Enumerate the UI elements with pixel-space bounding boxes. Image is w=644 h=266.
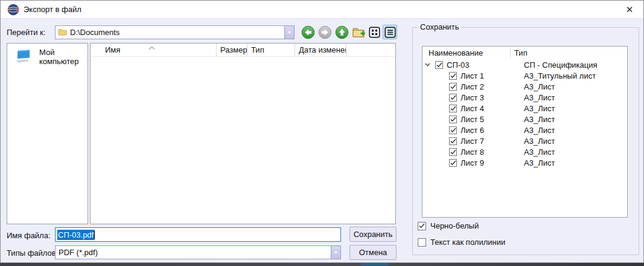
row-type: А3_Лист <box>524 82 555 91</box>
filetype-value: PDF (*.pdf) <box>56 248 331 257</box>
row-label: Лист 8 <box>461 148 484 157</box>
app-logo-icon <box>7 4 19 16</box>
row-checkbox[interactable] <box>449 94 457 102</box>
sidebar-item-label: Мой компьютер <box>39 48 84 66</box>
file-list: Имя Размер Тип Дата изменени <box>90 43 396 224</box>
option-checkbox[interactable] <box>418 222 426 230</box>
row-label: Лист 6 <box>461 126 484 135</box>
filename-label: Имя файла: <box>7 231 51 240</box>
row-checkbox[interactable] <box>449 159 457 167</box>
tree-row-sheet[interactable]: Лист 5А3_Лист <box>422 114 627 125</box>
row-type: А3_Лист <box>524 126 555 135</box>
row-checkbox[interactable] <box>449 72 457 80</box>
save-groupbox: Сохранить Наименование Тип СП-03СП - Спе… <box>412 27 639 255</box>
option-text-as-polylines[interactable]: Текст как полилинии <box>418 238 505 247</box>
sheet-tree: Наименование Тип СП-03СП - СпецификацияЛ… <box>422 46 628 218</box>
tree-row-sheet[interactable]: Лист 2А3_Лист <box>422 81 627 92</box>
row-type: А3_Титульный лист <box>524 71 596 80</box>
filename-selected-text: СП-03.pdf <box>57 230 94 240</box>
row-label: Лист 1 <box>461 71 484 80</box>
path-value: D:\Documents <box>67 28 284 37</box>
row-type: А3_Лист <box>524 93 555 102</box>
new-folder-button[interactable] <box>351 25 366 39</box>
row-type: А3_Лист <box>524 148 555 157</box>
option-label: Текст как полилинии <box>430 238 505 247</box>
row-checkbox[interactable] <box>449 126 457 134</box>
close-icon[interactable]: ✕ <box>619 1 640 19</box>
option-checkbox[interactable] <box>418 238 426 247</box>
row-checkbox[interactable] <box>435 61 443 69</box>
row-type: А3_Лист <box>524 158 555 167</box>
forward-button[interactable] <box>318 25 332 39</box>
file-list-body[interactable] <box>91 57 395 224</box>
sidebar-item-my-computer[interactable]: Мой компьютер <box>7 44 88 66</box>
row-checkbox[interactable] <box>449 83 457 91</box>
tree-row-root[interactable]: СП-03СП - Спецификация <box>422 59 627 70</box>
tree-row-sheet[interactable]: Лист 9А3_Лист <box>422 157 627 168</box>
tree-row-sheet[interactable]: Лист 7А3_Лист <box>422 135 627 146</box>
back-button[interactable] <box>301 25 315 39</box>
tree-row-sheet[interactable]: Лист 3А3_Лист <box>422 92 627 103</box>
forward-icon <box>318 25 332 39</box>
icon-view-icon <box>369 27 380 38</box>
column-header-date[interactable]: Дата изменени <box>295 44 346 56</box>
row-type: А3_Лист <box>524 115 555 124</box>
row-label: Лист 9 <box>461 158 484 167</box>
goto-label: Перейти к: <box>7 28 45 37</box>
row-label: Лист 5 <box>461 115 484 124</box>
row-label: СП-03 <box>447 60 470 70</box>
filetype-dropdown-icon[interactable] <box>331 246 340 259</box>
save-button[interactable]: Сохранить <box>349 227 397 242</box>
back-icon <box>301 25 315 39</box>
icon-view-button[interactable] <box>367 25 381 39</box>
row-checkbox[interactable] <box>449 137 457 145</box>
sort-ascending-indicator <box>148 43 155 52</box>
row-type: А3_Лист <box>524 137 555 146</box>
new-folder-icon <box>352 26 366 39</box>
row-checkbox[interactable] <box>449 115 457 123</box>
option-label: Черно-белый <box>430 221 479 230</box>
tree-column-name[interactable]: Наименование <box>422 48 511 59</box>
computer-icon <box>15 49 32 65</box>
filetype-combobox[interactable]: PDF (*.pdf) <box>55 245 341 259</box>
up-button[interactable] <box>335 25 349 39</box>
expand-chevron-icon[interactable] <box>425 63 430 66</box>
export-dialog: Экспорт в файл ✕ Перейти к: D:\Documents <box>0 0 644 266</box>
option-black-white[interactable]: Черно-белый <box>418 221 479 230</box>
titlebar[interactable]: Экспорт в файл ✕ <box>1 1 643 19</box>
filename-input[interactable]: СП-03.pdf <box>55 227 341 242</box>
groupbox-title: Сохранить <box>418 22 462 31</box>
folder-icon <box>58 28 67 37</box>
tree-row-sheet[interactable]: Лист 4А3_Лист <box>422 103 627 114</box>
column-header-type[interactable]: Тип <box>247 44 295 56</box>
list-view-button[interactable] <box>383 25 397 39</box>
column-header-size[interactable]: Размер <box>217 44 247 56</box>
window-title: Экспорт в файл <box>24 1 81 19</box>
path-dropdown-icon[interactable] <box>284 26 294 39</box>
row-label: Лист 2 <box>461 82 484 91</box>
sheet-tree-rows: СП-03СП - СпецификацияЛист 1А3_Титульный… <box>422 59 627 168</box>
list-view-icon <box>384 27 396 38</box>
row-type: СП - Спецификация <box>524 60 598 70</box>
file-list-header: Имя Размер Тип Дата изменени <box>91 44 395 57</box>
row-checkbox[interactable] <box>449 148 457 156</box>
tree-row-sheet[interactable]: Лист 1А3_Титульный лист <box>422 70 627 81</box>
cancel-button[interactable]: Отмена <box>349 245 397 260</box>
sheet-tree-header: Наименование Тип <box>422 47 627 59</box>
column-header-spacer <box>346 44 395 56</box>
tree-row-sheet[interactable]: Лист 8А3_Лист <box>422 146 627 157</box>
export-to-file-window: Экспорт в файл ✕ Перейти к: D:\Documents <box>0 0 644 263</box>
row-label: Лист 3 <box>461 93 484 102</box>
tree-row-sheet[interactable]: Лист 6А3_Лист <box>422 125 627 135</box>
text-caret <box>94 230 95 239</box>
places-sidebar: Мой компьютер <box>7 43 88 224</box>
up-icon <box>335 25 349 39</box>
tree-column-type[interactable]: Тип <box>511 48 528 57</box>
row-label: Лист 7 <box>461 137 484 146</box>
row-checkbox[interactable] <box>449 105 457 112</box>
row-label: Лист 4 <box>461 104 484 113</box>
path-combobox[interactable]: D:\Documents <box>55 25 295 39</box>
filetype-label: Типы файлов: <box>7 248 58 258</box>
row-type: А3_Лист <box>524 104 555 113</box>
